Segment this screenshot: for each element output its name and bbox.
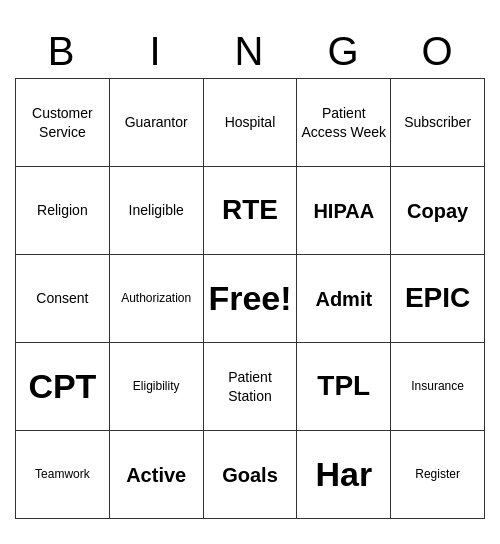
cell-text: Religion xyxy=(37,201,88,219)
bingo-cell: Ineligible xyxy=(110,167,204,255)
cell-text: Patient Access Week xyxy=(301,104,386,140)
cell-text: Guarantor xyxy=(125,113,188,131)
bingo-cell: Guarantor xyxy=(110,79,204,167)
bingo-cell: Teamwork xyxy=(16,431,110,519)
bingo-cell: Authorization xyxy=(110,255,204,343)
header-letter: N xyxy=(203,25,297,78)
cell-text: TPL xyxy=(317,368,370,404)
cell-text: Hospital xyxy=(225,113,276,131)
cell-text: Consent xyxy=(36,289,88,307)
cell-text: HIPAA xyxy=(313,198,374,224)
bingo-cell: Patient Access Week xyxy=(297,79,391,167)
bingo-cell: Admit xyxy=(297,255,391,343)
cell-text: Patient Station xyxy=(208,368,293,404)
cell-text: Register xyxy=(415,467,460,483)
bingo-cell: Religion xyxy=(16,167,110,255)
cell-text: RTE xyxy=(222,192,278,228)
cell-text: Eligibility xyxy=(133,379,180,395)
header-letter: B xyxy=(15,25,109,78)
bingo-cell: Eligibility xyxy=(110,343,204,431)
cell-text: Authorization xyxy=(121,291,191,307)
bingo-header: BINGO xyxy=(15,25,485,78)
cell-text: Copay xyxy=(407,198,468,224)
bingo-cell: Active xyxy=(110,431,204,519)
bingo-cell: Insurance xyxy=(391,343,485,431)
bingo-cell: CPT xyxy=(16,343,110,431)
header-letter: O xyxy=(391,25,485,78)
cell-text: Teamwork xyxy=(35,467,90,483)
cell-text: Active xyxy=(126,462,186,488)
cell-text: Customer Service xyxy=(20,104,105,140)
cell-text: Subscriber xyxy=(404,113,471,131)
bingo-cell: Goals xyxy=(204,431,298,519)
cell-text: Free! xyxy=(208,276,291,320)
cell-text: Admit xyxy=(315,286,372,312)
bingo-card: BINGO Customer ServiceGuarantorHospitalP… xyxy=(15,25,485,519)
cell-text: CPT xyxy=(28,364,96,408)
bingo-cell: Subscriber xyxy=(391,79,485,167)
bingo-cell: RTE xyxy=(204,167,298,255)
cell-text: Har xyxy=(315,452,372,496)
bingo-cell: Free! xyxy=(204,255,298,343)
bingo-cell: TPL xyxy=(297,343,391,431)
cell-text: Goals xyxy=(222,462,278,488)
bingo-cell: HIPAA xyxy=(297,167,391,255)
cell-text: EPIC xyxy=(405,280,470,316)
cell-text: Ineligible xyxy=(129,201,184,219)
bingo-cell: Customer Service xyxy=(16,79,110,167)
bingo-cell: Copay xyxy=(391,167,485,255)
bingo-cell: EPIC xyxy=(391,255,485,343)
bingo-cell: Patient Station xyxy=(204,343,298,431)
bingo-grid: Customer ServiceGuarantorHospitalPatient… xyxy=(15,78,485,519)
header-letter: G xyxy=(297,25,391,78)
bingo-cell: Register xyxy=(391,431,485,519)
bingo-cell: Hospital xyxy=(204,79,298,167)
header-letter: I xyxy=(109,25,203,78)
bingo-cell: Consent xyxy=(16,255,110,343)
bingo-cell: Har xyxy=(297,431,391,519)
cell-text: Insurance xyxy=(411,379,464,395)
